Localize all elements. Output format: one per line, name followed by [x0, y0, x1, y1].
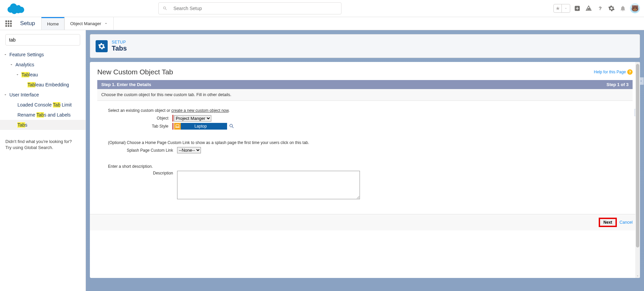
tree-label: Loaded Console Tab Limit [17, 102, 72, 107]
help-link[interactable]: Help for this Page ? [594, 69, 633, 75]
tree-analytics[interactable]: Analytics [0, 60, 86, 70]
tree-label: Tabs [17, 122, 28, 128]
app-launcher[interactable] [0, 17, 17, 30]
tree-loaded-console-tab-limit[interactable]: Loaded Console Tab Limit [0, 100, 86, 110]
step-header: Step 1. Enter the Details Step 1 of 3 [97, 80, 633, 89]
avatar[interactable]: 🐻 [630, 3, 640, 13]
tree-tabs[interactable]: Tabs [0, 120, 86, 130]
chevron-down-icon [3, 93, 7, 97]
tree-feature-settings[interactable]: Feature Settings [0, 50, 86, 60]
laptop-icon [174, 123, 181, 130]
help-icon: ? [627, 69, 633, 75]
svg-point-4 [230, 124, 232, 127]
tree-label: User Interface [9, 92, 39, 97]
add-icon[interactable] [573, 4, 582, 13]
page-header: SETUP Tabs [90, 34, 640, 58]
create-object-link[interactable]: create a new custom object now [171, 108, 229, 113]
content-area: SETUP Tabs New Custom Object Tab Help fo… [86, 30, 644, 291]
tree-label: Analytics [15, 62, 34, 67]
star-icon[interactable] [554, 4, 562, 12]
form-title: New Custom Object Tab [97, 68, 173, 76]
tree-tableau-embedding[interactable]: Tableau Embedding [0, 80, 86, 90]
object-intro: Select an existing custom object or crea… [108, 108, 622, 113]
form-footer: Next Cancel [90, 214, 640, 230]
tabstyle-field[interactable]: Laptop [174, 123, 227, 130]
splash-select[interactable]: --None-- [177, 147, 201, 153]
header-utility-icons: ? 🐻 [553, 3, 640, 13]
tree-rename-tabs-labels[interactable]: Rename Tabs and Labels [0, 110, 86, 120]
gear-icon [96, 40, 108, 52]
tree-label: Tableau Embedding [28, 82, 69, 87]
step-description: Choose the custom object for this new cu… [97, 89, 633, 101]
app-name: Setup [17, 17, 42, 30]
salesforce-logo[interactable] [7, 2, 24, 14]
tree-label: Tableau [21, 72, 38, 77]
required-indicator [172, 123, 173, 130]
chevron-down-icon [104, 21, 108, 25]
tab-home[interactable]: Home [41, 17, 64, 30]
tree-user-interface[interactable]: User Interface [0, 90, 86, 100]
global-header: ? 🐻 [0, 0, 644, 17]
tree-label: Feature Settings [9, 52, 44, 57]
page-title: Tabs [112, 45, 127, 52]
scrollbar-track[interactable] [635, 62, 640, 278]
chevron-down-icon[interactable] [562, 4, 570, 12]
tab-object-manager[interactable]: Object Manager [64, 17, 114, 30]
chevron-down-icon[interactable] [636, 275, 639, 277]
splash-intro: (Optional) Choose a Home Page Custom Lin… [108, 140, 622, 145]
object-label: Object [108, 116, 172, 121]
breadcrumb: SETUP [112, 40, 127, 45]
tree-label: Rename Tabs and Labels [17, 112, 71, 118]
tabstyle-label: Tab Style [108, 124, 172, 129]
chevron-down-icon [9, 63, 13, 67]
splash-label: Splash Page Custom Link [108, 148, 177, 153]
next-button[interactable]: Next [599, 218, 617, 227]
quick-find-input[interactable] [5, 34, 80, 46]
svg-text:?: ? [599, 5, 602, 11]
chevron-down-icon [3, 53, 7, 57]
svg-rect-3 [175, 127, 180, 128]
svg-rect-2 [176, 125, 179, 127]
lookup-icon[interactable] [229, 124, 234, 129]
global-search-input[interactable] [173, 6, 337, 11]
form-card: New Custom Object Tab Help for this Page… [90, 62, 640, 278]
favorites-combo[interactable] [553, 4, 570, 13]
desc-label: Description [108, 171, 177, 175]
scrollbar-thumb[interactable] [636, 64, 639, 247]
chevron-down-icon [15, 73, 19, 77]
gear-icon[interactable] [607, 4, 616, 13]
tab-object-manager-label: Object Manager [70, 21, 101, 26]
search-icon [163, 6, 167, 11]
context-nav-bar: Setup Home Object Manager [0, 17, 644, 30]
help-icon[interactable]: ? [596, 4, 604, 13]
bell-icon[interactable] [619, 4, 627, 13]
setup-tree-sidebar: Feature Settings Analytics Tableau Table… [0, 30, 86, 291]
trailhead-icon[interactable] [584, 4, 593, 13]
sidebar-footer-hint: Didn't find what you're looking for? Try… [0, 130, 86, 159]
object-select[interactable]: Project Manger [174, 115, 211, 122]
global-search[interactable] [158, 2, 341, 14]
description-textarea[interactable] [177, 171, 360, 199]
required-indicator [172, 115, 173, 122]
cancel-link[interactable]: Cancel [620, 220, 633, 225]
tree-tableau[interactable]: Tableau [0, 70, 86, 80]
desc-intro: Enter a short description. [108, 164, 622, 169]
